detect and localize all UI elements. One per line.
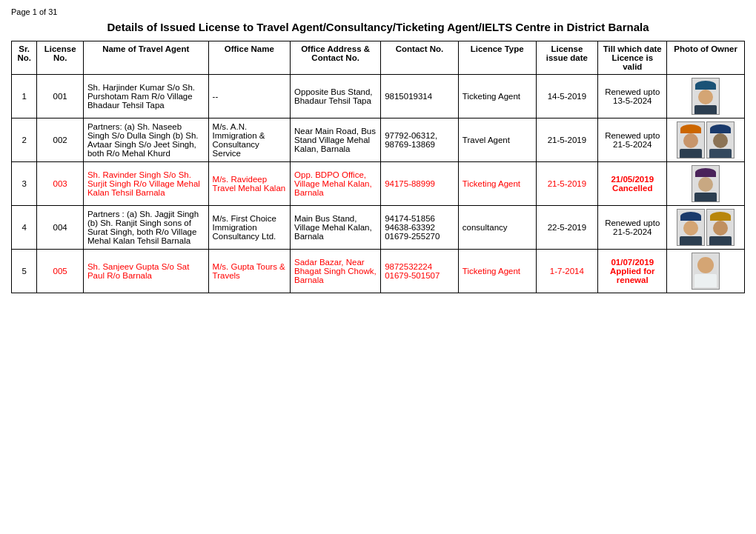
table-row: 2002Partners: (a) Sh. Naseeb Singh S/o D… bbox=[12, 119, 745, 162]
photo-placeholder bbox=[706, 121, 735, 158]
header-address: Office Address & Contact No. bbox=[291, 41, 381, 75]
header-sr: Sr. No. bbox=[12, 41, 37, 75]
cell-licence-type: Ticketing Agent bbox=[458, 162, 536, 206]
cell-issue-date: 21-5-2019 bbox=[536, 119, 598, 162]
cell-contact: 94174-51856 94638-63392 01679-255270 bbox=[381, 206, 459, 250]
cell-address: Sadar Bazar, Near Bhagat Singh Chowk, Ba… bbox=[291, 250, 381, 293]
photo-placeholder bbox=[677, 209, 705, 246]
table-row: 5005Sh. Sanjeev Gupta S/o Sat Paul R/o B… bbox=[12, 250, 745, 293]
cell-sr: 2 bbox=[12, 119, 37, 162]
cell-address: Near Main Road, Bus Stand Village Mehal … bbox=[291, 119, 381, 162]
cell-name: Partners: (a) Sh. Naseeb Singh S/o Dulla… bbox=[83, 119, 208, 162]
cell-contact: 9872532224 01679-501507 bbox=[381, 250, 459, 293]
cell-photo bbox=[667, 75, 745, 119]
cell-office: -- bbox=[208, 75, 290, 119]
cell-office: M/s. Gupta Tours & Travels bbox=[208, 250, 290, 293]
photo-placeholder bbox=[692, 78, 720, 115]
cell-sr: 3 bbox=[12, 162, 37, 206]
cell-till-date: Renewed upto 13-5-2024 bbox=[598, 75, 667, 119]
header-issue-date: License issue date bbox=[536, 41, 598, 75]
cell-sr: 4 bbox=[12, 206, 37, 250]
photo-placeholder bbox=[692, 165, 720, 202]
table-row: 1001Sh. Harjinder Kumar S/o Sh. Purshota… bbox=[12, 75, 745, 119]
page-info: Page 1 of 31 bbox=[11, 7, 745, 16]
photo-placeholder bbox=[677, 121, 705, 158]
cell-licence-type: Ticketing Agent bbox=[458, 75, 536, 119]
header-contact: Contact No. bbox=[381, 41, 459, 75]
cell-photo bbox=[667, 162, 745, 206]
cell-issue-date: 1-7-2014 bbox=[536, 250, 598, 293]
header-name: Name of Travel Agent bbox=[83, 41, 208, 75]
header-office: Office Name bbox=[208, 41, 290, 75]
cell-license-no: 004 bbox=[37, 206, 84, 250]
cell-contact: 94175-88999 bbox=[381, 162, 459, 206]
cell-licence-type: Ticketing Agent bbox=[458, 250, 536, 293]
cell-name: Partners : (a) Sh. Jagjit Singh (b) Sh. … bbox=[83, 206, 208, 250]
cell-photo bbox=[667, 119, 745, 162]
cell-office: M/s. A.N. Immigration & Consultancy Serv… bbox=[208, 119, 290, 162]
cell-office: M/s. Ravideep Travel Mehal Kalan bbox=[208, 162, 290, 206]
cell-issue-date: 21-5-2019 bbox=[536, 162, 598, 206]
cell-photo bbox=[667, 206, 745, 250]
cell-contact: 97792-06312, 98769-13869 bbox=[381, 119, 459, 162]
table-row: 3003Sh. Ravinder Singh S/o Sh. Surjit Si… bbox=[12, 162, 745, 206]
cell-contact: 9815019314 bbox=[381, 75, 459, 119]
cell-office: M/s. First Choice Immigration Consultanc… bbox=[208, 206, 290, 250]
table-row: 4004Partners : (a) Sh. Jagjit Singh (b) … bbox=[12, 206, 745, 250]
cell-till-date: Renewed upto 21-5-2024 bbox=[598, 206, 667, 250]
cell-till-date: Renewed upto 21-5-2024 bbox=[598, 119, 667, 162]
cell-licence-type: Travel Agent bbox=[458, 119, 536, 162]
cell-license-no: 002 bbox=[37, 119, 84, 162]
cell-license-no: 001 bbox=[37, 75, 84, 119]
cell-license-no: 005 bbox=[37, 250, 84, 293]
cell-licence-type: consultancy bbox=[458, 206, 536, 250]
cell-address: Opposite Bus Stand, Bhadaur Tehsil Tapa bbox=[291, 75, 381, 119]
cell-photo bbox=[667, 250, 745, 293]
header-license: License No. bbox=[37, 41, 84, 75]
cell-name: Sh. Harjinder Kumar S/o Sh. Purshotam Ra… bbox=[83, 75, 208, 119]
cell-issue-date: 22-5-2019 bbox=[536, 206, 598, 250]
header-licence-type: Licence Type bbox=[458, 41, 536, 75]
header-till-which: Till which date Licence is valid bbox=[598, 41, 667, 75]
cell-address: Opp. BDPO Office, Village Mehal Kalan, B… bbox=[291, 162, 381, 206]
cell-name: Sh. Ravinder Singh S/o Sh. Surjit Singh … bbox=[83, 162, 208, 206]
cell-name: Sh. Sanjeev Gupta S/o Sat Paul R/o Barna… bbox=[83, 250, 208, 293]
cell-till-date: 01/07/2019 Applied for renewal bbox=[598, 250, 667, 293]
cell-sr: 5 bbox=[12, 250, 37, 293]
cell-issue-date: 14-5-2019 bbox=[536, 75, 598, 119]
cell-till-date: 21/05/2019 Cancelled bbox=[598, 162, 667, 206]
photo-placeholder bbox=[706, 209, 735, 246]
main-table: Sr. No. License No. Name of Travel Agent… bbox=[11, 41, 745, 293]
cell-address: Main Bus Stand, Village Mehal Kalan, Bar… bbox=[291, 206, 381, 250]
cell-license-no: 003 bbox=[37, 162, 84, 206]
main-title: Details of Issued License to Travel Agen… bbox=[11, 21, 745, 33]
header-photo: Photo of Owner bbox=[667, 41, 745, 75]
cell-sr: 1 bbox=[12, 75, 37, 119]
photo-placeholder bbox=[692, 253, 720, 290]
